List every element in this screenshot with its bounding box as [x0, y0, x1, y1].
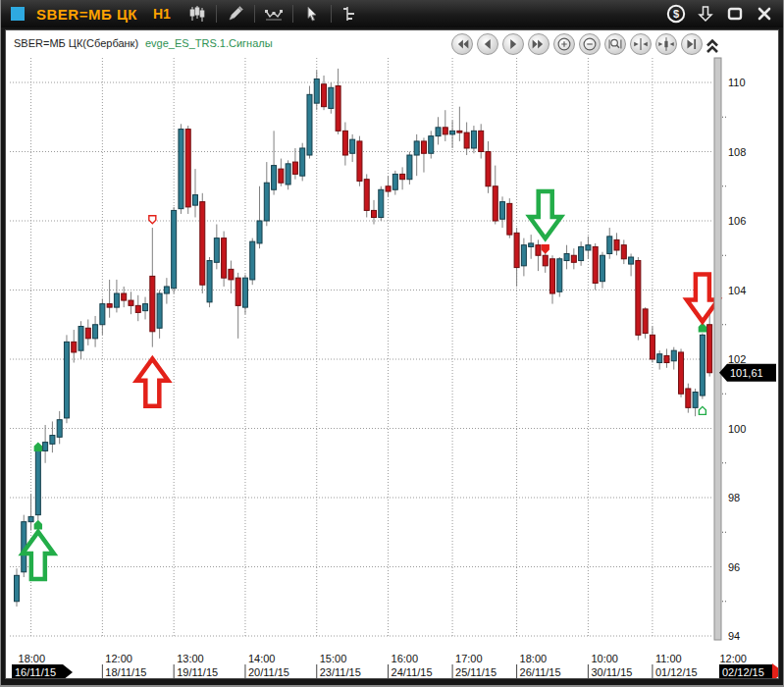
- candle-body: [386, 186, 391, 191]
- x-axis-date-label: 30/11/15: [591, 666, 632, 678]
- candle-body: [600, 255, 604, 281]
- candle-body: [643, 309, 648, 334]
- candle-body: [372, 210, 377, 217]
- candle-body: [357, 141, 362, 182]
- toolbar-divider: [254, 5, 255, 23]
- candle-body: [129, 300, 133, 305]
- instrument-color-square: [11, 7, 25, 21]
- chart-type-button[interactable]: [184, 3, 210, 25]
- y-axis-label: 106: [728, 215, 746, 227]
- candle-body: [571, 255, 576, 262]
- window-title: SBER=МБ ЦК: [36, 6, 137, 23]
- candle-body: [214, 238, 219, 263]
- candle-body: [557, 259, 562, 291]
- terminal-window: SBER=МБ ЦК Н1: [0, 0, 784, 687]
- candle-body: [400, 174, 405, 179]
- indicator-icon: [264, 5, 284, 23]
- red-down-signal-arrow: [687, 275, 718, 322]
- currency-button[interactable]: $: [665, 4, 687, 24]
- candle-body: [507, 203, 512, 235]
- candle-body: [664, 355, 669, 362]
- candle-body: [307, 94, 312, 155]
- toolbar-divider: [331, 5, 332, 23]
- candle-body: [329, 87, 334, 108]
- candle-body: [135, 305, 140, 312]
- candle-body: [35, 449, 40, 515]
- title-bar[interactable]: SBER=МБ ЦК Н1: [1, 0, 783, 27]
- candle-body: [78, 327, 83, 351]
- y-axis-label: 102: [728, 353, 746, 365]
- x-axis-time-label: 13:00: [177, 653, 204, 664]
- candle-body: [621, 245, 626, 259]
- candle-body: [200, 202, 205, 286]
- candle-body: [450, 131, 455, 134]
- candle-body: [50, 436, 55, 445]
- candle-body: [693, 392, 698, 407]
- candle-body: [364, 180, 369, 211]
- candle-body: [222, 238, 227, 279]
- candle-body: [493, 186, 497, 221]
- x-axis-time-label: 14:00: [248, 653, 276, 664]
- x-axis-time-label: 12:00: [719, 653, 747, 664]
- x-axis-time-label: 16:00: [392, 653, 419, 664]
- x-axis-time-label: 15:00: [320, 653, 347, 664]
- green-trade-marker: [699, 406, 706, 414]
- candle-body: [543, 255, 548, 266]
- x-axis-time-label: 10:00: [591, 653, 618, 664]
- maximize-icon: [727, 7, 743, 21]
- candle-body: [100, 304, 105, 325]
- candle-body: [172, 210, 177, 288]
- candle-body: [421, 141, 426, 153]
- candle-body: [28, 516, 33, 521]
- candle-body: [657, 354, 662, 363]
- candle-body: [93, 325, 98, 339]
- candle-body: [264, 183, 269, 221]
- toolbar-divider: [216, 5, 217, 23]
- y-axis-label: 110: [728, 77, 746, 88]
- levels-button[interactable]: [338, 3, 363, 25]
- x-axis-date-label: 01/12/15: [655, 666, 698, 678]
- pencil-icon: [227, 5, 244, 23]
- end-date-tag: 02/12/15: [722, 666, 764, 678]
- candle-body: [286, 164, 290, 185]
- candle-body: [429, 136, 434, 154]
- y-axis-label: 94: [728, 630, 740, 642]
- candle-body: [671, 350, 676, 361]
- x-axis-time-label: 18:00: [19, 653, 46, 664]
- candle-body: [614, 239, 619, 250]
- chart-panel: SBER=МБ ЦК(Сбербанк) evge_ES_TRS.1.Сигна…: [5, 29, 779, 679]
- price-axis: 110108106104102100989694: [714, 58, 746, 642]
- candlestick-chart-icon: [188, 5, 206, 23]
- candle-body: [314, 79, 319, 103]
- maximize-button[interactable]: [724, 4, 746, 24]
- candle-body: [242, 278, 247, 307]
- candle-body: [257, 221, 262, 243]
- candle-body: [164, 287, 169, 293]
- levels-icon: [341, 5, 359, 23]
- candle-body: [521, 245, 526, 266]
- green-trade-marker: [34, 443, 41, 450]
- timeframe-label: Н1: [153, 6, 171, 22]
- candle-body: [279, 169, 284, 183]
- draw-button[interactable]: [223, 3, 248, 25]
- candle-body: [593, 246, 598, 283]
- close-button[interactable]: [754, 4, 775, 24]
- cursor-mode-button[interactable]: [299, 3, 325, 25]
- candle-body: [457, 131, 462, 132]
- candle-body: [700, 335, 705, 396]
- red-trade-marker: [542, 245, 549, 253]
- green-down-signal-arrow: [530, 191, 561, 238]
- indicator-button[interactable]: [261, 3, 287, 25]
- x-axis-time-label: 12:00: [105, 653, 132, 664]
- candle-body: [250, 241, 255, 280]
- y-axis-label: 108: [728, 146, 746, 158]
- candle-body: [550, 259, 555, 293]
- minimize-to-tray-button[interactable]: [695, 4, 716, 24]
- chart-plot[interactable]: 110108106104102100989694101,6118:0016/11…: [6, 30, 778, 678]
- candles-layer: [15, 69, 712, 607]
- green-trade-marker: [34, 521, 41, 529]
- candle-body: [143, 304, 148, 311]
- candle-body: [193, 195, 198, 206]
- candle-body: [564, 253, 569, 260]
- x-axis-time-label: 17:00: [455, 653, 483, 664]
